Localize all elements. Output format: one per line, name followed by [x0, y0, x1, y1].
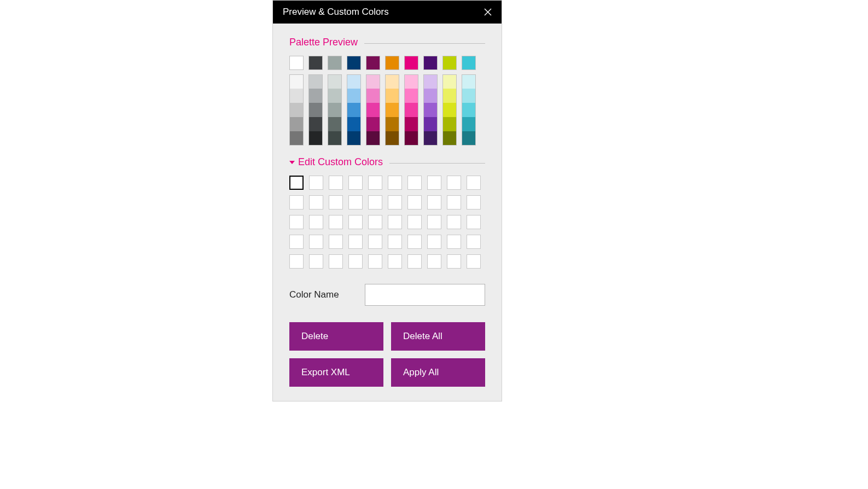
custom-color-slot[interactable]: [289, 195, 304, 209]
palette-swatch[interactable]: [423, 56, 438, 70]
custom-color-slot[interactable]: [467, 176, 481, 190]
custom-color-slot[interactable]: [447, 254, 461, 269]
palette-swatch[interactable]: [366, 89, 380, 103]
palette-swatch[interactable]: [308, 89, 323, 103]
custom-color-slot[interactable]: [447, 195, 461, 209]
custom-color-slot[interactable]: [329, 215, 343, 229]
custom-color-slot[interactable]: [388, 235, 402, 249]
custom-color-slot[interactable]: [407, 235, 422, 249]
palette-swatch[interactable]: [366, 56, 380, 70]
palette-swatch[interactable]: [289, 131, 304, 145]
palette-swatch[interactable]: [347, 56, 361, 70]
apply-all-button[interactable]: Apply All: [391, 358, 485, 387]
export-xml-button[interactable]: Export XML: [289, 358, 383, 387]
palette-swatch[interactable]: [404, 131, 418, 145]
custom-color-slot[interactable]: [329, 254, 343, 269]
custom-color-slot[interactable]: [329, 176, 343, 190]
palette-swatch[interactable]: [385, 117, 399, 131]
palette-swatch[interactable]: [442, 117, 457, 131]
custom-color-slot[interactable]: [467, 215, 481, 229]
palette-swatch[interactable]: [385, 74, 399, 89]
color-name-input[interactable]: [365, 284, 485, 306]
palette-swatch[interactable]: [423, 89, 438, 103]
palette-swatch[interactable]: [308, 103, 323, 117]
custom-color-slot[interactable]: [329, 195, 343, 209]
custom-color-slot[interactable]: [407, 254, 422, 269]
palette-swatch[interactable]: [442, 56, 457, 70]
custom-color-slot[interactable]: [467, 235, 481, 249]
close-button[interactable]: [480, 4, 496, 20]
custom-color-slot[interactable]: [289, 235, 304, 249]
palette-swatch[interactable]: [328, 89, 342, 103]
palette-swatch[interactable]: [366, 117, 380, 131]
custom-color-slot[interactable]: [289, 254, 304, 269]
custom-color-slot[interactable]: [467, 254, 481, 269]
palette-swatch[interactable]: [423, 74, 438, 89]
palette-swatch[interactable]: [385, 56, 399, 70]
palette-swatch[interactable]: [404, 56, 418, 70]
custom-color-slot[interactable]: [368, 235, 382, 249]
palette-swatch[interactable]: [328, 103, 342, 117]
custom-color-slot[interactable]: [289, 215, 304, 229]
palette-swatch[interactable]: [442, 74, 457, 89]
custom-color-slot[interactable]: [388, 215, 402, 229]
custom-color-slot[interactable]: [447, 235, 461, 249]
palette-swatch[interactable]: [404, 74, 418, 89]
palette-swatch[interactable]: [462, 74, 476, 89]
custom-color-slot[interactable]: [348, 176, 363, 190]
custom-color-slot[interactable]: [348, 235, 363, 249]
palette-swatch[interactable]: [462, 117, 476, 131]
palette-swatch[interactable]: [347, 89, 361, 103]
custom-color-slot[interactable]: [368, 195, 382, 209]
palette-swatch[interactable]: [423, 131, 438, 145]
custom-color-slot[interactable]: [407, 215, 422, 229]
custom-color-slot[interactable]: [407, 176, 422, 190]
custom-color-slot[interactable]: [348, 195, 363, 209]
palette-swatch[interactable]: [442, 89, 457, 103]
palette-swatch[interactable]: [289, 117, 304, 131]
palette-swatch[interactable]: [308, 117, 323, 131]
custom-color-slot[interactable]: [309, 215, 323, 229]
palette-swatch[interactable]: [462, 56, 476, 70]
palette-swatch[interactable]: [442, 103, 457, 117]
palette-swatch[interactable]: [385, 131, 399, 145]
palette-swatch[interactable]: [366, 103, 380, 117]
palette-swatch[interactable]: [289, 56, 304, 70]
custom-color-slot[interactable]: [427, 176, 441, 190]
palette-swatch[interactable]: [404, 89, 418, 103]
palette-swatch[interactable]: [289, 89, 304, 103]
delete-all-button[interactable]: Delete All: [391, 322, 485, 351]
palette-swatch[interactable]: [328, 56, 342, 70]
palette-swatch[interactable]: [347, 117, 361, 131]
custom-color-slot[interactable]: [368, 176, 382, 190]
custom-color-slot[interactable]: [348, 254, 363, 269]
custom-color-slot[interactable]: [427, 235, 441, 249]
custom-color-slot[interactable]: [368, 215, 382, 229]
palette-swatch[interactable]: [289, 74, 304, 89]
custom-color-slot[interactable]: [289, 176, 304, 190]
palette-swatch[interactable]: [385, 103, 399, 117]
palette-swatch[interactable]: [462, 89, 476, 103]
custom-color-slot[interactable]: [447, 176, 461, 190]
palette-swatch[interactable]: [366, 74, 380, 89]
custom-color-slot[interactable]: [309, 176, 323, 190]
palette-swatch[interactable]: [347, 74, 361, 89]
custom-color-slot[interactable]: [427, 254, 441, 269]
custom-color-slot[interactable]: [427, 215, 441, 229]
custom-color-slot[interactable]: [329, 235, 343, 249]
palette-swatch[interactable]: [347, 131, 361, 145]
palette-swatch[interactable]: [366, 131, 380, 145]
custom-color-slot[interactable]: [447, 215, 461, 229]
palette-swatch[interactable]: [289, 103, 304, 117]
palette-swatch[interactable]: [328, 74, 342, 89]
palette-swatch[interactable]: [442, 131, 457, 145]
custom-color-slot[interactable]: [407, 195, 422, 209]
custom-color-slot[interactable]: [388, 176, 402, 190]
custom-color-slot[interactable]: [427, 195, 441, 209]
palette-swatch[interactable]: [385, 89, 399, 103]
custom-color-slot[interactable]: [467, 195, 481, 209]
palette-swatch[interactable]: [308, 74, 323, 89]
custom-color-slot[interactable]: [388, 254, 402, 269]
custom-color-slot[interactable]: [348, 215, 363, 229]
palette-swatch[interactable]: [423, 117, 438, 131]
